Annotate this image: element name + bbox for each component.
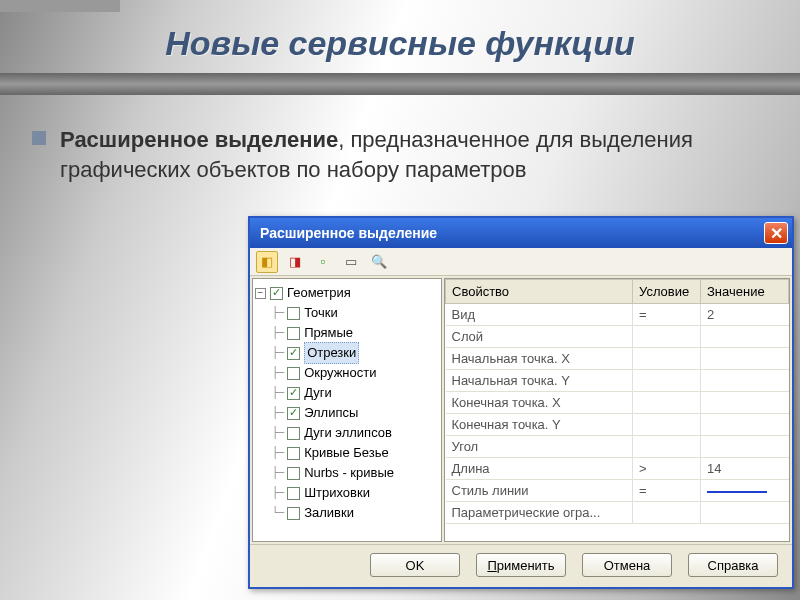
bullet-icon: [32, 131, 46, 145]
cell-prop: Начальная точка. Y: [446, 370, 633, 392]
tree-item[interactable]: ├─Прямые: [255, 323, 439, 343]
checkbox[interactable]: ✓: [270, 287, 283, 300]
cell-cond[interactable]: >: [633, 458, 701, 480]
checkbox[interactable]: [287, 507, 300, 520]
cell-cond[interactable]: =: [633, 304, 701, 326]
checkbox[interactable]: [287, 487, 300, 500]
extended-selection-dialog: Расширенное выделение ✕ ◧ ◨ ▫ ▭ 🔍 − ✓ Ге…: [248, 216, 794, 589]
tree-item[interactable]: └─Заливки: [255, 503, 439, 523]
dialog-button-bar: OK Применить Отмена Справка: [250, 544, 792, 587]
cell-prop: Конечная точка. Y: [446, 414, 633, 436]
tree-item[interactable]: ├─✓Дуги: [255, 383, 439, 403]
lead-term: Расширенное выделение: [60, 127, 338, 152]
checkbox[interactable]: [287, 427, 300, 440]
cell-prop: Длина: [446, 458, 633, 480]
tree-item-label: Отрезки: [304, 342, 359, 365]
cell-cond[interactable]: [633, 436, 701, 458]
table-row[interactable]: Вид=2: [446, 304, 789, 326]
tree-item-label: Дуги эллипсов: [304, 423, 392, 444]
tree-item-label: Точки: [304, 303, 338, 324]
checkbox[interactable]: [287, 367, 300, 380]
cell-val[interactable]: 2: [701, 304, 789, 326]
cell-cond[interactable]: [633, 370, 701, 392]
tree-item-label: Заливки: [304, 503, 354, 524]
table-row[interactable]: Параметрические огра...: [446, 502, 789, 524]
col-cond[interactable]: Условие: [633, 280, 701, 304]
cell-cond[interactable]: [633, 348, 701, 370]
cell-prop: Конечная точка. X: [446, 392, 633, 414]
cell-prop: Угол: [446, 436, 633, 458]
table-row[interactable]: Слой: [446, 326, 789, 348]
cell-val[interactable]: [701, 502, 789, 524]
tree-item[interactable]: ├─Дуги эллипсов: [255, 423, 439, 443]
cell-prop: Слой: [446, 326, 633, 348]
checkbox[interactable]: ✓: [287, 347, 300, 360]
table-row[interactable]: Стиль линии=: [446, 480, 789, 502]
tree-item[interactable]: ├─Точки: [255, 303, 439, 323]
table-row[interactable]: Начальная точка. X: [446, 348, 789, 370]
cell-val[interactable]: [701, 326, 789, 348]
table-row[interactable]: Угол: [446, 436, 789, 458]
cell-cond[interactable]: =: [633, 480, 701, 502]
ok-button[interactable]: OK: [370, 553, 460, 577]
toolbar-btn-1[interactable]: ◧: [256, 251, 278, 273]
divider-band: [0, 73, 800, 95]
tree-item[interactable]: ├─Кривые Безье: [255, 443, 439, 463]
checkbox[interactable]: [287, 467, 300, 480]
apply-button[interactable]: Применить: [476, 553, 566, 577]
cell-cond[interactable]: [633, 414, 701, 436]
category-tree[interactable]: − ✓ Геометрия ├─Точки ├─Прямые ├─✓Отрезк…: [252, 278, 442, 542]
dialog-titlebar[interactable]: Расширенное выделение ✕: [250, 218, 792, 248]
tree-item[interactable]: ├─✓Эллипсы: [255, 403, 439, 423]
cell-val[interactable]: [701, 414, 789, 436]
cell-val[interactable]: [701, 480, 789, 502]
tree-root[interactable]: − ✓ Геометрия: [255, 283, 439, 303]
cell-val[interactable]: [701, 392, 789, 414]
tree-item-label: Дуги: [304, 383, 332, 404]
dialog-content: − ✓ Геометрия ├─Точки ├─Прямые ├─✓Отрезк…: [250, 276, 792, 544]
cell-val[interactable]: [701, 436, 789, 458]
checkbox[interactable]: ✓: [287, 387, 300, 400]
tree-item-label: Прямые: [304, 323, 353, 344]
line-style-swatch: [707, 491, 767, 493]
checkbox[interactable]: [287, 307, 300, 320]
checkbox[interactable]: ✓: [287, 407, 300, 420]
slide-body: Расширенное выделение, предназначенное д…: [60, 125, 740, 184]
cell-cond[interactable]: [633, 392, 701, 414]
toolbar-btn-2[interactable]: ◨: [284, 251, 306, 273]
cell-val[interactable]: [701, 348, 789, 370]
cell-cond[interactable]: [633, 326, 701, 348]
tree-item-label: Nurbs - кривые: [304, 463, 394, 484]
table-row[interactable]: Длина>14: [446, 458, 789, 480]
checkbox[interactable]: [287, 327, 300, 340]
toolbar-btn-3[interactable]: ▫: [312, 251, 334, 273]
cell-prop: Стиль линии: [446, 480, 633, 502]
toolbar-btn-zoom[interactable]: 🔍: [368, 251, 390, 273]
tree-item-label: Эллипсы: [304, 403, 358, 424]
property-grid[interactable]: Свойство Условие Значение Вид=2СлойНачал…: [444, 278, 790, 542]
help-button[interactable]: Справка: [688, 553, 778, 577]
dialog-toolbar: ◧ ◨ ▫ ▭ 🔍: [250, 248, 792, 276]
cell-cond[interactable]: [633, 502, 701, 524]
table-row[interactable]: Начальная точка. Y: [446, 370, 789, 392]
col-prop[interactable]: Свойство: [446, 280, 633, 304]
tree-item[interactable]: ├─✓Отрезки: [255, 343, 439, 363]
tree-item[interactable]: ├─Штриховки: [255, 483, 439, 503]
checkbox[interactable]: [287, 447, 300, 460]
cancel-button[interactable]: Отмена: [582, 553, 672, 577]
table-row[interactable]: Конечная точка. Y: [446, 414, 789, 436]
tree-root-label: Геометрия: [287, 283, 351, 304]
cell-val[interactable]: [701, 370, 789, 392]
cell-prop: Начальная точка. X: [446, 348, 633, 370]
collapse-icon[interactable]: −: [255, 288, 266, 299]
table-row[interactable]: Конечная точка. X: [446, 392, 789, 414]
dialog-title: Расширенное выделение: [260, 225, 437, 241]
toolbar-btn-4[interactable]: ▭: [340, 251, 362, 273]
cell-val[interactable]: 14: [701, 458, 789, 480]
tree-item[interactable]: ├─Окружности: [255, 363, 439, 383]
zoom-icon: 🔍: [371, 254, 387, 269]
tree-item-label: Штриховки: [304, 483, 370, 504]
col-val[interactable]: Значение: [701, 280, 789, 304]
tree-item[interactable]: ├─Nurbs - кривые: [255, 463, 439, 483]
close-button[interactable]: ✕: [764, 222, 788, 244]
